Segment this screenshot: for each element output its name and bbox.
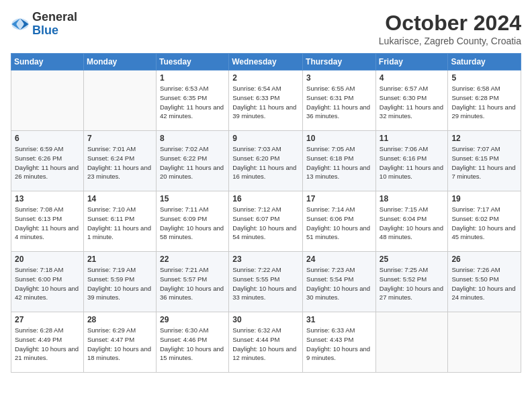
calendar-cell: 18Sunrise: 7:15 AMSunset: 6:04 PMDayligh… [375, 191, 448, 252]
day-info: Sunrise: 7:23 AMSunset: 5:54 PMDaylight:… [306, 265, 372, 302]
week-row-5: 27Sunrise: 6:28 AMSunset: 4:49 PMDayligh… [11, 312, 521, 373]
day-number: 19 [451, 194, 517, 203]
day-number: 5 [451, 73, 517, 83]
calendar-cell: 21Sunrise: 7:19 AMSunset: 5:59 PMDayligh… [83, 252, 156, 312]
day-number: 1 [160, 73, 225, 83]
location-title: Lukarisce, Zagreb County, Croatia [379, 36, 521, 46]
day-info: Sunrise: 6:33 AMSunset: 4:43 PMDaylight:… [306, 326, 372, 363]
day-number: 28 [87, 315, 152, 324]
week-row-4: 20Sunrise: 7:18 AMSunset: 6:00 PMDayligh… [11, 252, 521, 312]
day-info: Sunrise: 7:26 AMSunset: 5:50 PMDaylight:… [451, 265, 517, 302]
day-number: 21 [87, 255, 152, 264]
day-number: 3 [306, 73, 372, 83]
calendar-body: 1Sunrise: 6:53 AMSunset: 6:35 PMDaylight… [11, 71, 521, 373]
day-number: 24 [306, 255, 372, 264]
calendar-table: SundayMondayTuesdayWednesdayThursdayFrid… [11, 53, 521, 373]
title-block: October 2024 Lukarisce, Zagreb County, C… [379, 11, 521, 46]
calendar-cell: 2Sunrise: 6:54 AMSunset: 6:33 PMDaylight… [229, 71, 303, 131]
day-number: 22 [160, 255, 225, 264]
day-info: Sunrise: 7:03 AMSunset: 6:20 PMDaylight:… [232, 144, 299, 181]
day-number: 15 [160, 194, 225, 203]
header-monday: Monday [83, 54, 156, 71]
day-info: Sunrise: 7:21 AMSunset: 5:57 PMDaylight:… [160, 265, 225, 302]
calendar-cell: 12Sunrise: 7:07 AMSunset: 6:15 PMDayligh… [448, 131, 521, 191]
day-number: 11 [380, 134, 445, 143]
calendar-cell [83, 71, 156, 131]
day-info: Sunrise: 6:29 AMSunset: 4:47 PMDaylight:… [87, 326, 152, 363]
calendar-cell: 13Sunrise: 7:08 AMSunset: 6:13 PMDayligh… [11, 191, 84, 252]
calendar-cell: 20Sunrise: 7:18 AMSunset: 6:00 PMDayligh… [11, 252, 84, 312]
day-info: Sunrise: 7:14 AMSunset: 6:06 PMDaylight:… [306, 205, 372, 242]
header-tuesday: Tuesday [156, 54, 228, 71]
day-number: 7 [87, 134, 152, 143]
calendar-cell: 17Sunrise: 7:14 AMSunset: 6:06 PMDayligh… [303, 191, 376, 252]
day-number: 31 [306, 315, 372, 324]
calendar-cell: 29Sunrise: 6:30 AMSunset: 4:46 PMDayligh… [156, 312, 228, 373]
day-info: Sunrise: 6:59 AMSunset: 6:26 PMDaylight:… [15, 144, 80, 181]
header-row: SundayMondayTuesdayWednesdayThursdayFrid… [11, 54, 521, 71]
day-info: Sunrise: 7:10 AMSunset: 6:11 PMDaylight:… [87, 205, 152, 242]
header-sunday: Sunday [11, 54, 84, 71]
day-info: Sunrise: 7:12 AMSunset: 6:07 PMDaylight:… [232, 205, 299, 242]
calendar-cell: 8Sunrise: 7:02 AMSunset: 6:22 PMDaylight… [156, 131, 228, 191]
calendar-cell: 6Sunrise: 6:59 AMSunset: 6:26 PMDaylight… [11, 131, 84, 191]
calendar-cell: 16Sunrise: 7:12 AMSunset: 6:07 PMDayligh… [229, 191, 303, 252]
logo-general: General [32, 11, 77, 24]
day-number: 30 [232, 315, 299, 324]
day-info: Sunrise: 7:11 AMSunset: 6:09 PMDaylight:… [160, 205, 225, 242]
day-number: 23 [232, 255, 299, 264]
calendar-cell: 26Sunrise: 7:26 AMSunset: 5:50 PMDayligh… [448, 252, 521, 312]
calendar-cell: 11Sunrise: 7:06 AMSunset: 6:16 PMDayligh… [375, 131, 448, 191]
day-number: 13 [15, 194, 80, 203]
day-info: Sunrise: 7:19 AMSunset: 5:59 PMDaylight:… [87, 265, 152, 302]
day-number: 26 [451, 255, 517, 264]
week-row-1: 1Sunrise: 6:53 AMSunset: 6:35 PMDaylight… [11, 71, 521, 131]
day-info: Sunrise: 7:07 AMSunset: 6:15 PMDaylight:… [451, 144, 517, 181]
calendar-cell: 24Sunrise: 7:23 AMSunset: 5:54 PMDayligh… [303, 252, 376, 312]
logo: General Blue [11, 11, 77, 38]
day-number: 18 [380, 194, 445, 203]
week-row-3: 13Sunrise: 7:08 AMSunset: 6:13 PMDayligh… [11, 191, 521, 252]
logo-blue: Blue [32, 24, 77, 38]
day-info: Sunrise: 6:54 AMSunset: 6:33 PMDaylight:… [232, 84, 299, 121]
day-info: Sunrise: 6:32 AMSunset: 4:44 PMDaylight:… [232, 326, 299, 363]
day-info: Sunrise: 6:28 AMSunset: 4:49 PMDaylight:… [15, 326, 80, 363]
day-info: Sunrise: 7:18 AMSunset: 6:00 PMDaylight:… [15, 265, 80, 302]
calendar-cell [375, 312, 448, 373]
month-title: October 2024 [379, 11, 521, 36]
day-number: 29 [160, 315, 225, 324]
day-info: Sunrise: 7:02 AMSunset: 6:22 PMDaylight:… [160, 144, 225, 181]
header-thursday: Thursday [303, 54, 376, 71]
calendar-cell: 31Sunrise: 6:33 AMSunset: 4:43 PMDayligh… [303, 312, 376, 373]
page-header: General Blue October 2024 Lukarisce, Zag… [11, 11, 521, 46]
day-number: 20 [15, 255, 80, 264]
day-info: Sunrise: 7:06 AMSunset: 6:16 PMDaylight:… [380, 144, 445, 181]
day-info: Sunrise: 6:58 AMSunset: 6:28 PMDaylight:… [451, 84, 517, 121]
day-number: 25 [380, 255, 445, 264]
day-info: Sunrise: 7:22 AMSunset: 5:55 PMDaylight:… [232, 265, 299, 302]
logo-text: General Blue [32, 11, 77, 38]
calendar-cell: 25Sunrise: 7:25 AMSunset: 5:52 PMDayligh… [375, 252, 448, 312]
calendar-cell: 23Sunrise: 7:22 AMSunset: 5:55 PMDayligh… [229, 252, 303, 312]
header-wednesday: Wednesday [229, 54, 303, 71]
day-number: 14 [87, 194, 152, 203]
day-number: 10 [306, 134, 372, 143]
calendar-cell: 27Sunrise: 6:28 AMSunset: 4:49 PMDayligh… [11, 312, 84, 373]
day-info: Sunrise: 7:15 AMSunset: 6:04 PMDaylight:… [380, 205, 445, 242]
day-info: Sunrise: 7:01 AMSunset: 6:24 PMDaylight:… [87, 144, 152, 181]
calendar-cell: 7Sunrise: 7:01 AMSunset: 6:24 PMDaylight… [83, 131, 156, 191]
day-number: 4 [380, 73, 445, 83]
day-number: 27 [15, 315, 80, 324]
logo-icon [11, 15, 30, 34]
calendar-cell: 5Sunrise: 6:58 AMSunset: 6:28 PMDaylight… [448, 71, 521, 131]
calendar-cell: 10Sunrise: 7:05 AMSunset: 6:18 PMDayligh… [303, 131, 376, 191]
header-saturday: Saturday [448, 54, 521, 71]
calendar-cell [448, 312, 521, 373]
calendar-cell: 9Sunrise: 7:03 AMSunset: 6:20 PMDaylight… [229, 131, 303, 191]
calendar-cell: 14Sunrise: 7:10 AMSunset: 6:11 PMDayligh… [83, 191, 156, 252]
day-number: 8 [160, 134, 225, 143]
day-number: 9 [232, 134, 299, 143]
day-info: Sunrise: 6:55 AMSunset: 6:31 PMDaylight:… [306, 84, 372, 121]
calendar-cell: 4Sunrise: 6:57 AMSunset: 6:30 PMDaylight… [375, 71, 448, 131]
day-number: 2 [232, 73, 299, 83]
